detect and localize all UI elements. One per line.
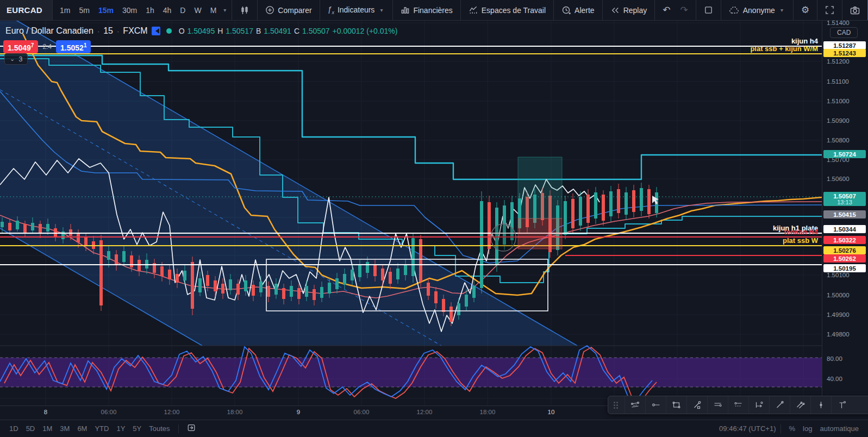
ellipse-drawing[interactable] xyxy=(491,224,516,251)
price-chart[interactable]: kijun h4plat ssb + kijun W/Mkijun h1 pla… xyxy=(0,21,822,405)
candle[interactable] xyxy=(267,286,270,297)
timeframe-D[interactable]: D xyxy=(176,4,189,17)
candle[interactable] xyxy=(107,251,110,260)
price-badge[interactable]: 1.50344 xyxy=(823,225,866,233)
replay-button[interactable]: Replay xyxy=(606,4,652,17)
trend-line-tool-button[interactable] xyxy=(769,396,790,414)
candle[interactable] xyxy=(252,285,255,296)
candle[interactable] xyxy=(640,188,643,211)
candle[interactable] xyxy=(617,189,620,213)
candle[interactable] xyxy=(214,280,217,291)
timeframe-4h[interactable]: 4h xyxy=(159,4,176,17)
candle[interactable] xyxy=(381,269,384,280)
clock-timezone[interactable]: 09:46:47 (UTC+1) xyxy=(719,424,776,433)
sell-price-badge[interactable]: 1.50497 xyxy=(3,40,38,53)
candle[interactable] xyxy=(480,201,483,288)
price-badge[interactable]: 1.50415 xyxy=(823,210,866,218)
fullscreen-button[interactable] xyxy=(821,3,839,17)
arrow-ray-tool-button[interactable] xyxy=(748,396,769,414)
candle[interactable] xyxy=(625,192,628,215)
horizontal-ray-tool-button[interactable] xyxy=(645,396,666,414)
candle[interactable] xyxy=(99,240,103,305)
range-5D[interactable]: 5D xyxy=(22,423,39,434)
candle[interactable] xyxy=(23,224,27,233)
price-badge[interactable]: 1.50322 xyxy=(823,236,866,244)
price-badge[interactable]: 1.50724 xyxy=(823,150,866,158)
candle[interactable] xyxy=(465,295,468,307)
candle[interactable] xyxy=(411,238,415,276)
candle[interactable] xyxy=(442,299,445,312)
vertical-line-tool-button[interactable] xyxy=(810,396,831,414)
trend-shape-tool-button[interactable] xyxy=(686,396,707,414)
drawing-toolbar[interactable] xyxy=(608,396,868,414)
measure-tool-button[interactable] xyxy=(831,396,852,414)
redo-button[interactable]: ↷ xyxy=(676,2,692,18)
collapsed-indicators-toggle[interactable]: ⌄ 3 xyxy=(4,53,28,65)
candle[interactable] xyxy=(427,283,430,296)
candle[interactable] xyxy=(229,279,232,290)
financials-button[interactable]: Financières xyxy=(396,3,457,17)
price-badge[interactable]: 1.51287 xyxy=(823,41,866,49)
percent-scale-button[interactable]: % xyxy=(785,423,800,434)
indicators-button[interactable]: ƒx Indicateurs ▾ xyxy=(323,3,390,17)
candle[interactable] xyxy=(244,280,247,291)
candle[interactable] xyxy=(160,266,164,276)
chart-style-button[interactable] xyxy=(235,3,254,17)
candle[interactable] xyxy=(313,289,316,300)
range-1D[interactable]: 1D xyxy=(5,423,22,434)
symbol-title[interactable]: Euro / Dollar Canadien xyxy=(5,26,93,36)
timeframe-30m[interactable]: 30m xyxy=(118,4,141,17)
candle[interactable] xyxy=(472,286,476,298)
candle[interactable] xyxy=(594,192,597,218)
candle[interactable] xyxy=(320,287,323,298)
price-axis[interactable]: CAD 1.514001.512001.511001.510001.509001… xyxy=(822,21,868,405)
candle[interactable] xyxy=(602,195,605,221)
candle[interactable] xyxy=(358,265,361,277)
timeframe-1h[interactable]: 1h xyxy=(142,4,158,17)
candle[interactable] xyxy=(328,283,331,294)
price-badge[interactable]: 1.5050713:13 xyxy=(823,192,866,206)
candle[interactable] xyxy=(488,202,491,249)
candle[interactable] xyxy=(130,255,133,267)
candle[interactable] xyxy=(609,191,613,216)
price-badge[interactable]: 1.50276 xyxy=(823,246,866,254)
candle[interactable] xyxy=(282,288,285,299)
candle[interactable] xyxy=(16,221,19,229)
go-to-date-button[interactable] xyxy=(183,422,200,435)
timeframe-W[interactable]: W xyxy=(190,4,205,17)
timeframe-M[interactable]: M xyxy=(207,4,221,17)
range-6M[interactable]: 6M xyxy=(73,423,91,434)
candle[interactable] xyxy=(122,251,126,262)
fib-retracement-tool-button[interactable] xyxy=(728,396,748,414)
layout-button[interactable] xyxy=(700,3,717,17)
settings-button[interactable]: ⚙ xyxy=(797,2,814,18)
candle[interactable] xyxy=(305,286,308,297)
candle[interactable] xyxy=(84,237,88,246)
position-profit-zone[interactable] xyxy=(518,157,562,218)
candle[interactable] xyxy=(206,275,209,286)
currency-toggle-button[interactable]: CAD xyxy=(830,27,858,38)
drag-handle-icon[interactable] xyxy=(614,402,621,409)
candle[interactable] xyxy=(176,274,179,283)
candle[interactable] xyxy=(335,278,339,289)
position-stop-zone[interactable] xyxy=(518,218,562,249)
price-badge[interactable]: 1.50262 xyxy=(823,254,866,263)
snapshot-button[interactable] xyxy=(846,4,864,17)
alert-button[interactable]: Alerte xyxy=(557,3,599,17)
range-Toutes[interactable]: Toutes xyxy=(145,423,173,434)
timeframe-menu-chevron-icon[interactable]: ▾ xyxy=(221,7,228,13)
candle[interactable] xyxy=(183,271,186,280)
undo-button[interactable]: ↶ xyxy=(658,2,675,18)
double-trend-line-tool-button[interactable] xyxy=(790,396,810,414)
rectangle-tool-button[interactable] xyxy=(666,396,686,414)
candle[interactable] xyxy=(564,201,567,235)
candle[interactable] xyxy=(221,284,224,294)
candle[interactable] xyxy=(351,270,354,280)
candle[interactable] xyxy=(586,195,590,223)
candle[interactable] xyxy=(434,291,438,303)
candle[interactable] xyxy=(571,199,574,228)
candle[interactable] xyxy=(168,270,171,279)
candle[interactable] xyxy=(343,274,346,285)
candle[interactable] xyxy=(449,307,453,322)
candle[interactable] xyxy=(389,272,392,284)
